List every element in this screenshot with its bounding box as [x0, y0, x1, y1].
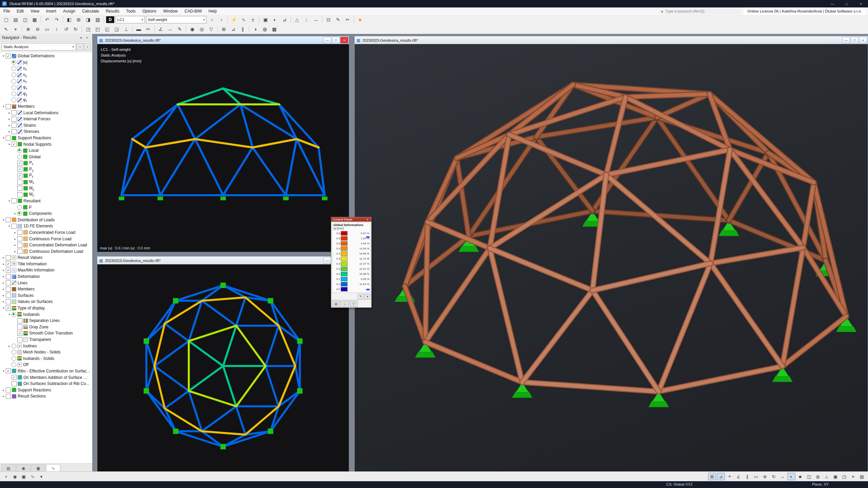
- close-icon[interactable]: ×: [365, 218, 370, 222]
- zoom-in-icon[interactable]: ⊕: [24, 25, 33, 33]
- pan-icon[interactable]: ↕: [52, 25, 61, 33]
- checkbox[interactable]: [6, 280, 11, 285]
- print-icon[interactable]: ▦: [30, 16, 39, 24]
- render-viewport[interactable]: [355, 44, 868, 471]
- expander-icon[interactable]: ▸: [1, 268, 6, 272]
- front-viewport[interactable]: LC1 - Self-weight Static Analysis Displa…: [97, 44, 349, 252]
- tree-item-my[interactable]: My: [0, 185, 92, 191]
- radio-button[interactable]: [12, 92, 16, 96]
- view-y-icon[interactable]: ◱: [103, 25, 112, 33]
- front-view-canvas[interactable]: [97, 44, 349, 252]
- expander-icon[interactable]: ▾: [1, 105, 6, 108]
- next-analysis-button[interactable]: ›: [84, 43, 91, 50]
- window-titlebar[interactable]: ▦ 20230323-Geodesica_results.rf6* — □ ×: [355, 36, 868, 44]
- view-box-icon[interactable]: ▣: [20, 473, 28, 480]
- tree-item-members[interactable]: ▸Members: [0, 286, 92, 292]
- menu-calculate[interactable]: Calculate: [79, 7, 102, 15]
- expander-icon[interactable]: ▸: [13, 237, 17, 241]
- checkbox[interactable]: [12, 381, 17, 386]
- tree-item-support-reactions[interactable]: ▾Support Reactions: [0, 135, 92, 141]
- edit-scale[interactable]: ✎: [358, 294, 364, 299]
- top-view-canvas[interactable]: [97, 264, 349, 471]
- tree-item-members[interactable]: ▾Members: [0, 103, 92, 110]
- tree-item-on-members-addition-of-surface[interactable]: ✓On Members Addition of Surface ...: [0, 374, 92, 381]
- tree-item-type-of-display[interactable]: ▾✓Type of display: [0, 305, 92, 311]
- edit-icon[interactable]: ✎: [334, 16, 342, 24]
- tree-item-x[interactable]: φx: [0, 84, 92, 91]
- expander-icon[interactable]: ▸: [7, 111, 12, 115]
- checkbox[interactable]: ✓: [6, 261, 11, 266]
- tree-item-transparent[interactable]: Transparent: [0, 337, 92, 343]
- rotate-view-icon[interactable]: ↻: [770, 473, 778, 480]
- menu-file[interactable]: File: [0, 7, 13, 15]
- undo-icon[interactable]: ↶: [43, 16, 52, 24]
- tab-results[interactable]: ∿: [46, 464, 60, 472]
- rendering-icon[interactable]: ◐: [271, 16, 279, 24]
- result-values-icon[interactable]: ±: [249, 16, 257, 24]
- tree-item-resultant[interactable]: ▾Resultant: [0, 198, 92, 204]
- tree-item-y[interactable]: φy: [0, 91, 92, 97]
- tree-item-local-deformations[interactable]: ▸Local Deformations: [0, 109, 92, 116]
- orbit-icon[interactable]: ↺: [62, 25, 71, 33]
- checkbox[interactable]: [12, 117, 17, 122]
- checkbox[interactable]: ✓: [12, 375, 17, 380]
- expander-icon[interactable]: ▸: [1, 394, 6, 398]
- open-model-icon[interactable]: ▤: [11, 16, 20, 24]
- tree-item-title-information[interactable]: ▸✓Title Information: [0, 261, 92, 267]
- tree-item-off[interactable]: Off: [0, 362, 92, 368]
- expander-icon[interactable]: ▸: [1, 294, 6, 297]
- radio-button[interactable]: [17, 155, 22, 159]
- tree-item-isobands[interactable]: ▾Isobands: [0, 311, 92, 318]
- view-perpendicular-icon[interactable]: ⊥: [122, 25, 131, 33]
- checkbox[interactable]: [6, 293, 11, 298]
- panel-display-icon[interactable]: ≡: [849, 473, 857, 480]
- menu-insert[interactable]: Insert: [43, 7, 60, 15]
- more-options-icon[interactable]: ▾: [37, 473, 45, 480]
- tree-item-ux[interactable]: ux: [0, 65, 92, 72]
- solid-mode-icon[interactable]: ■: [796, 473, 804, 480]
- supports-icon[interactable]: △: [293, 16, 301, 24]
- result-display-icon[interactable]: ∿: [28, 473, 37, 480]
- clip-display-icon[interactable]: ▣: [831, 473, 840, 480]
- tree-item-deformation[interactable]: ▸Deformation: [0, 273, 92, 280]
- max-marker[interactable]: [366, 236, 370, 238]
- save-model-icon[interactable]: ◫: [21, 16, 29, 24]
- checkbox[interactable]: [12, 110, 17, 115]
- tree-item-pz[interactable]: ✓Pz: [0, 172, 92, 179]
- menu-window[interactable]: Window: [160, 7, 181, 15]
- checkbox[interactable]: [12, 224, 17, 229]
- object-snap-icon[interactable]: ⌖: [726, 473, 734, 480]
- redo-icon[interactable]: ↷: [52, 16, 61, 24]
- zoom-extents-icon[interactable]: ⊕: [761, 473, 769, 480]
- measure-length-icon[interactable]: ↔: [166, 25, 175, 33]
- legend-color-cell[interactable]: [341, 267, 348, 271]
- minimize-icon[interactable]: —: [323, 257, 331, 264]
- visibility-icon[interactable]: ◉: [188, 25, 197, 33]
- radio-button[interactable]: [12, 66, 16, 71]
- work-plane-icon[interactable]: ▭: [752, 473, 760, 480]
- background-icon[interactable]: ▩: [270, 25, 279, 33]
- radio-button[interactable]: [12, 85, 16, 90]
- expander-icon[interactable]: ▸: [7, 344, 12, 348]
- render-view-canvas[interactable]: [355, 44, 868, 471]
- radio-button[interactable]: [17, 211, 22, 216]
- checkbox[interactable]: [17, 337, 22, 342]
- menu-results[interactable]: Results: [102, 7, 123, 15]
- tree-item-gray-zone[interactable]: Gray Zone: [0, 324, 92, 330]
- view-z-icon[interactable]: ◲: [112, 25, 121, 33]
- expander-icon[interactable]: ▸: [1, 275, 6, 278]
- tree-item-result-values[interactable]: ▸Result Values: [0, 255, 92, 261]
- expander-icon[interactable]: ▸: [1, 300, 6, 303]
- panel-toggle-icon[interactable]: ◨: [84, 16, 93, 24]
- tree-item-isobands-solids[interactable]: Isobands - Solids: [0, 355, 92, 362]
- checkbox[interactable]: [6, 104, 11, 109]
- zoom-window-icon[interactable]: ▭: [43, 25, 52, 33]
- menu-edit[interactable]: Edit: [13, 7, 27, 15]
- background-display-icon[interactable]: ▧: [858, 473, 866, 480]
- maximize-icon[interactable]: □: [332, 37, 340, 43]
- clipping-box-icon[interactable]: ▬: [134, 25, 143, 33]
- radio-button[interactable]: [12, 73, 16, 77]
- show-results-icon[interactable]: ∿: [239, 16, 248, 24]
- checkbox[interactable]: ✓: [6, 268, 11, 273]
- shading-icon[interactable]: ◑: [251, 25, 260, 33]
